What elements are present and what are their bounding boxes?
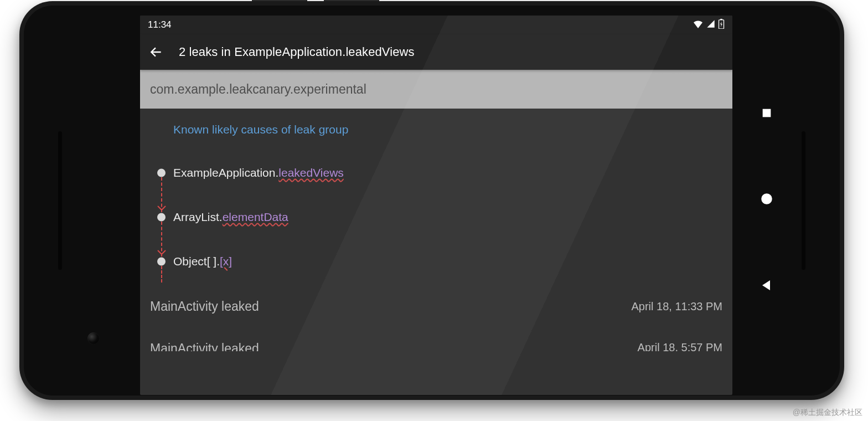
- trace-header-label: Known likely causes of leak group: [173, 123, 348, 136]
- phone-body: 11:34 2 leaks in ExampleA: [24, 6, 840, 396]
- wifi-icon: [693, 19, 704, 31]
- trace-class-label: Object[ ].[x]: [173, 255, 232, 268]
- trace-class-label: ExampleApplication.leakedViews: [173, 166, 344, 179]
- svg-rect-3: [720, 19, 722, 20]
- leak-list-item[interactable]: MainActivity leaked April 18, 11:33 PM: [140, 284, 732, 329]
- leak-title: MainActivity leaked: [150, 299, 259, 314]
- trace-row[interactable]: Object[ ].[x]: [173, 239, 732, 284]
- trace-node-icon: [157, 258, 166, 266]
- arrow-down-icon: [157, 249, 167, 258]
- leak-list-item[interactable]: MainActivity leaked April 18, 5:57 PM: [140, 329, 732, 351]
- cell-signal-icon: [706, 19, 716, 31]
- app-bar: 2 leaks in ExampleApplication.leakedView…: [140, 34, 732, 70]
- app-bar-title: 2 leaks in ExampleApplication.leakedView…: [179, 45, 415, 59]
- leak-trace: Known likely causes of leak group Exampl…: [140, 109, 732, 284]
- nav-back-button[interactable]: [760, 279, 773, 294]
- package-header: com.example.leakcanary.experimental: [140, 70, 732, 109]
- trace-header-row[interactable]: Known likely causes of leak group: [173, 109, 732, 151]
- trace-field-label: [x]: [220, 255, 232, 268]
- svg-rect-0: [763, 109, 771, 117]
- android-nav-bar: [747, 6, 787, 396]
- screen: 11:34 2 leaks in ExampleA: [140, 16, 732, 395]
- back-arrow-icon[interactable]: [149, 45, 163, 59]
- status-time: 11:34: [148, 19, 172, 30]
- status-bar: 11:34: [140, 16, 732, 34]
- trace-field-label: leakedViews: [278, 166, 344, 179]
- svg-point-1: [761, 193, 772, 204]
- leak-timestamp: April 18, 5:57 PM: [638, 341, 722, 351]
- phone-frame: 11:34 2 leaks in ExampleA: [19, 1, 844, 400]
- watermark: @稀土掘金技术社区: [793, 408, 862, 418]
- arrow-down-icon: [157, 204, 167, 213]
- speaker-left: [58, 131, 62, 270]
- trace-row[interactable]: ArrayList.elementData: [173, 195, 732, 239]
- phone-hw-buttons: [185, 0, 518, 2]
- front-camera: [87, 332, 100, 345]
- nav-home-button[interactable]: [760, 192, 774, 208]
- trace-field-label: elementData: [223, 210, 288, 223]
- battery-charging-icon: [718, 19, 725, 32]
- trace-class-label: ArrayList.elementData: [173, 210, 288, 224]
- trace-node-icon: [157, 213, 166, 222]
- nav-overview-button[interactable]: [761, 107, 773, 121]
- content-area[interactable]: com.example.leakcanary.experimental Know…: [140, 70, 732, 351]
- trace-row[interactable]: ExampleApplication.leakedViews: [173, 151, 732, 195]
- speaker-right: [802, 131, 805, 270]
- trace-node-icon: [157, 169, 166, 177]
- leak-title: MainActivity leaked: [150, 341, 259, 351]
- leak-timestamp: April 18, 11:33 PM: [631, 300, 722, 313]
